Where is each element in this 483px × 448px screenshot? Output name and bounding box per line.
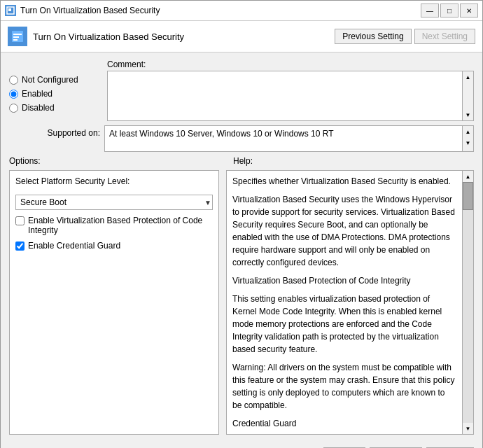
radio-comment-row: Not Configured Enabled Disabled Comment:… xyxy=(9,59,474,121)
title-bar: Turn On Virtualization Based Security — … xyxy=(1,1,482,21)
next-setting-button[interactable]: Next Setting xyxy=(414,29,475,44)
supported-scroll-up[interactable]: ▲ xyxy=(463,126,473,137)
help-para-3: Virtualization Based Protection of Code … xyxy=(232,274,456,287)
checkbox-credential-guard[interactable]: Enable Credential Guard xyxy=(15,241,213,251)
svg-rect-1 xyxy=(8,8,11,11)
svg-rect-5 xyxy=(13,39,18,41)
maximize-button[interactable]: □ xyxy=(440,4,458,18)
radio-enabled-label: Enabled xyxy=(22,89,52,99)
help-section-label: Help: xyxy=(233,156,253,166)
header-left: Turn On Virtualization Based Security xyxy=(8,27,184,46)
radio-enabled[interactable]: Enabled xyxy=(9,89,100,99)
options-section-label: Options: xyxy=(9,156,226,166)
main-content: Not Configured Enabled Disabled Comment:… xyxy=(1,52,482,442)
help-scroll-track[interactable] xyxy=(463,182,473,423)
header-area: Turn On Virtualization Based Security Pr… xyxy=(1,21,482,52)
radio-enabled-input[interactable] xyxy=(9,90,18,99)
options-panel: Select Platform Security Level: Secure B… xyxy=(9,170,219,435)
supported-scroll-down[interactable]: ▼ xyxy=(463,137,473,148)
radio-not-configured[interactable]: Not Configured xyxy=(9,75,100,85)
help-scroll-down[interactable]: ▼ xyxy=(463,423,473,434)
header-title: Turn On Virtualization Based Security xyxy=(33,31,184,42)
radio-group: Not Configured Enabled Disabled xyxy=(9,59,100,113)
checkbox-code-integrity-label: Enable Virtualization Based Protection o… xyxy=(28,216,213,235)
svg-rect-3 xyxy=(13,34,22,35)
window-title: Turn On Virtualization Based Security xyxy=(20,6,416,15)
supported-scrollbar: ▲ ▼ xyxy=(462,126,473,151)
previous-setting-button[interactable]: Previous Setting xyxy=(335,29,411,44)
help-para-2: Virtualization Based Security uses the W… xyxy=(232,193,456,269)
window-controls: — □ ✕ xyxy=(421,4,478,18)
footer: OK Cancel Apply xyxy=(1,442,482,448)
platform-label: Select Platform Security Level: xyxy=(15,176,213,186)
checkbox-code-integrity[interactable]: Enable Virtualization Based Protection o… xyxy=(15,216,213,235)
comment-textarea[interactable] xyxy=(108,71,462,120)
svg-rect-4 xyxy=(13,36,19,38)
minimize-button[interactable]: — xyxy=(421,4,439,18)
help-scroll-thumb xyxy=(463,182,473,210)
help-para-4: This setting enables virtualization base… xyxy=(232,293,456,356)
close-button[interactable]: ✕ xyxy=(460,4,478,18)
panels-row: Select Platform Security Level: Secure B… xyxy=(9,170,474,435)
checkbox-code-integrity-input[interactable] xyxy=(15,216,24,225)
comment-section: Comment: ▲ ▼ xyxy=(107,59,474,121)
help-para-1: Specifies whether Virtualization Based S… xyxy=(232,175,456,188)
help-scrollbar: ▲ ▼ xyxy=(462,171,473,434)
policy-icon xyxy=(8,27,27,46)
main-window: Turn On Virtualization Based Security — … xyxy=(0,0,483,448)
radio-disabled[interactable]: Disabled xyxy=(9,103,100,113)
radio-disabled-label: Disabled xyxy=(22,103,55,113)
checkbox-credential-guard-label: Enable Credential Guard xyxy=(28,241,120,251)
help-panel-wrap: Specifies whether Virtualization Based S… xyxy=(226,170,474,435)
header-nav-buttons: Previous Setting Next Setting xyxy=(335,29,475,44)
section-labels: Options: Help: xyxy=(9,156,474,166)
supported-value: At least Windows 10 Server, Windows 10 o… xyxy=(105,126,462,151)
dropdown-wrap: Secure Boot Secure Boot and DMA Protecti… xyxy=(15,195,213,210)
help-para-6: Credential Guard xyxy=(232,417,456,430)
comment-scroll-down[interactable]: ▼ xyxy=(463,109,473,120)
radio-not-configured-label: Not Configured xyxy=(22,75,78,85)
comment-label: Comment: xyxy=(107,59,474,69)
supported-row: Supported on: At least Windows 10 Server… xyxy=(9,125,474,152)
window-icon xyxy=(5,5,16,16)
platform-dropdown[interactable]: Secure Boot Secure Boot and DMA Protecti… xyxy=(15,195,213,210)
supported-label: Supported on: xyxy=(9,125,100,138)
radio-not-configured-input[interactable] xyxy=(9,76,18,85)
help-panel: Specifies whether Virtualization Based S… xyxy=(227,171,462,434)
comment-scroll-up[interactable]: ▲ xyxy=(463,71,473,83)
checkbox-credential-guard-input[interactable] xyxy=(15,241,24,251)
supported-box-wrap: At least Windows 10 Server, Windows 10 o… xyxy=(104,125,474,152)
help-scroll-up[interactable]: ▲ xyxy=(463,171,473,182)
radio-disabled-input[interactable] xyxy=(9,104,18,113)
help-para-5: Warning: All drivers on the system must … xyxy=(232,361,456,412)
